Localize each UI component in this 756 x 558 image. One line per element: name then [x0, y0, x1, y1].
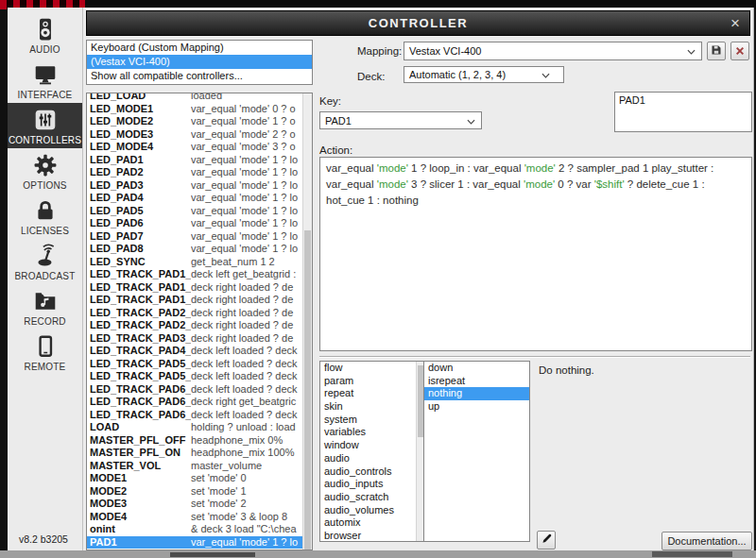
verb-item-isrepeat[interactable]: isrepeat — [424, 375, 529, 388]
key-list-row[interactable]: LED_TRACK_PAD3_A_Rdeck right loaded ? de — [87, 332, 312, 346]
key-list-row[interactable]: MODE1set 'mode' 0 — [87, 472, 312, 485]
key-list-row[interactable]: LED_PAD3var_equal 'mode' 1 ? lo — [87, 179, 312, 193]
key-action-preview: deck right loaded ? de — [191, 307, 312, 320]
category-item[interactable]: window — [320, 439, 425, 452]
verb-item-down[interactable]: down — [424, 362, 529, 375]
key-name: LED_TRACK_PAD3_A_R — [87, 332, 191, 346]
sidebar-item-licenses[interactable]: LICENSES — [8, 194, 82, 239]
category-item[interactable]: variables — [320, 426, 425, 439]
verb-item-nothing[interactable]: nothing — [424, 387, 529, 400]
key-list-row[interactable]: LED_PAD6var_equal 'mode' 1 ? lo — [87, 217, 312, 230]
sidebar-item-interface[interactable]: INTERFACE — [8, 58, 82, 103]
key-list-scrollbar[interactable] — [302, 93, 312, 550]
key-list-row[interactable]: LOADholding ? unload : load — [87, 421, 312, 434]
category-item[interactable]: skin — [320, 400, 425, 414]
key-name: LED_MODE2 — [87, 115, 191, 128]
key-name: LOAD — [87, 421, 191, 434]
key-list-row[interactable]: MODE3set 'mode' 2 — [87, 498, 312, 511]
key-list-row[interactable]: LED_TRACK_PAD6_A_Ldeck left loaded ? dec… — [87, 383, 312, 397]
key-name: LED_PAD7 — [87, 230, 191, 244]
key-action-preview: deck right loaded ? de — [191, 294, 312, 307]
key-list-row[interactable]: MASTER_PFL_OFFheadphone_mix 0% — [87, 434, 312, 448]
key-select[interactable]: PAD1 — [319, 111, 482, 129]
action-textarea[interactable]: var_equal 'mode' 1 ? loop_in : var_equal… — [319, 157, 752, 351]
monitor-icon — [30, 60, 60, 89]
key-list-row[interactable]: LED_PAD4var_equal 'mode' 1 ? lo — [87, 192, 312, 205]
documentation-button[interactable]: Documentation... — [662, 532, 752, 550]
key-list-row[interactable]: LED_SYNCget_beat_num 1 2 — [87, 256, 312, 269]
key-list-row[interactable]: MASTER_VOLmaster_volume — [87, 460, 312, 473]
key-list-row[interactable]: PAD1var_equal 'mode' 1 ? lo — [87, 536, 312, 550]
key-list-row[interactable]: LED_MODE3var_equal 'mode' 2 ? o — [87, 128, 312, 142]
key-list-row[interactable]: LED_PAD8var_equal 'mode' 1 ? lo — [87, 243, 312, 256]
key-list-row[interactable]: LED_TRACK_PAD4_A_Ldeck left loaded ? dec… — [87, 345, 312, 358]
key-name: MASTER_PFL_ON — [87, 447, 191, 460]
key-action-preview: set 'mode' 3 & loop 8 — [191, 511, 312, 524]
key-list-row[interactable]: MODE4set 'mode' 3 & loop 8 — [87, 511, 312, 524]
key-list-row[interactable]: LED_TRACK_PAD6_C_Ldeck left loaded ? dec… — [87, 409, 312, 422]
delete-mapping-button[interactable] — [730, 42, 749, 60]
key-action-preview: holding ? unload : load — [191, 421, 312, 434]
sidebar-item-audio[interactable]: AUDIO — [8, 12, 82, 58]
category-item[interactable]: repeat — [320, 387, 425, 400]
key-name: MODE1 — [87, 472, 191, 485]
key-list-row[interactable]: LED_MODE2var_equal 'mode' 1 ? o — [87, 115, 312, 128]
controller-list-item[interactable]: Show all compatible controllers... — [87, 69, 312, 83]
key-list-row[interactable]: LED_TRACK_PAD1_A_Ldeck left get_beatgrid… — [87, 268, 312, 281]
key-list-row[interactable]: LED_PAD7var_equal 'mode' 1 ? lo — [87, 230, 312, 244]
key-action-preview: var_equal 'mode' 1 ? lo — [191, 192, 312, 205]
key-list-row[interactable]: MASTER_PFL_ONheadphone_mix 100% — [87, 447, 312, 460]
category-list-rows: flowparamrepeatskinsystemvariableswindow… — [320, 362, 425, 542]
mapping-select[interactable]: Vestax VCI-400 — [404, 42, 702, 60]
key-list-row[interactable]: LED_LOADloaded — [87, 93, 312, 103]
key-action-preview: deck left loaded ? deck — [191, 370, 312, 383]
key-list-row[interactable]: LED_MODE1var_equal 'mode' 0 ? o — [87, 103, 312, 116]
category-item[interactable]: audio_scratch — [320, 491, 425, 504]
key-list-row[interactable]: LED_TRACK_PAD2_C_Rdeck right loaded ? de — [87, 319, 312, 332]
sidebar-item-options[interactable]: OPTIONS — [8, 148, 82, 194]
mapping-value: Vestax VCI-400 — [409, 45, 481, 57]
action-label: Action: — [319, 144, 352, 156]
action-description: Do nothing. — [539, 364, 594, 376]
category-item[interactable]: audio_inputs — [320, 478, 425, 491]
key-list-row[interactable]: LED_PAD5var_equal 'mode' 1 ? lo — [87, 205, 312, 218]
key-list-row[interactable]: LED_TRACK_PAD5_C_Ldeck left loaded ? dec… — [87, 370, 312, 383]
key-list-row[interactable]: LED_TRACK_PAD1_C_Rdeck right loaded ? de — [87, 294, 312, 307]
deck-select[interactable]: Automatic (1, 2, 3, 4) — [404, 66, 564, 83]
key-action-preview: deck left loaded ? deck — [191, 409, 312, 422]
category-item[interactable]: audio_controls — [320, 465, 425, 479]
category-item[interactable]: flow — [320, 362, 425, 375]
controller-list-item[interactable]: (Vestax VCI-400) — [87, 55, 312, 69]
key-list-row[interactable]: onint& deck 3 load "C:\chea — [87, 523, 312, 536]
controller-list-item[interactable]: Keyboard (Custom Mapping) — [87, 41, 312, 55]
key-name: LED_PAD8 — [87, 243, 191, 256]
key-list-row[interactable]: LED_PAD2var_equal 'mode' 1 ? lo — [87, 166, 312, 179]
key-list-row[interactable]: LED_TRACK_PAD1_A_Rdeck right loaded ? de — [87, 281, 312, 295]
category-item[interactable]: audio_volumes — [320, 504, 425, 517]
save-mapping-button[interactable] — [707, 42, 726, 60]
key-list-row[interactable]: LED_TRACK_PAD6_A_Rdeck right get_beatgri… — [87, 396, 312, 409]
edit-action-button[interactable] — [537, 531, 556, 550]
category-item[interactable]: browser — [320, 530, 425, 542]
sidebar-item-remote[interactable]: REMOTE — [8, 330, 82, 375]
key-action-preview: headphone_mix 100% — [191, 447, 312, 460]
key-list-row[interactable]: LED_MODE4var_equal 'mode' 3 ? o — [87, 141, 312, 154]
close-icon[interactable]: × — [730, 13, 740, 34]
verb-item-up[interactable]: up — [424, 400, 529, 414]
key-name-field[interactable]: PAD1 — [614, 92, 752, 132]
key-name: LED_TRACK_PAD4_A_L — [87, 345, 191, 358]
sidebar-item-controllers[interactable]: CONTROLLERS — [8, 103, 82, 148]
category-item[interactable]: system — [320, 414, 425, 427]
sidebar-item-broadcast[interactable]: BROADCAST — [8, 239, 82, 284]
key-name: LED_PAD6 — [87, 217, 191, 230]
key-list-row[interactable]: LED_TRACK_PAD5_A_Ldeck left loaded ? dec… — [87, 358, 312, 371]
key-list-row[interactable]: MODE2set 'mode' 1 — [87, 485, 312, 499]
remote-icon — [30, 332, 60, 361]
key-list-row[interactable]: LED_PAD1var_equal 'mode' 1 ? lo — [87, 154, 312, 167]
key-list-row[interactable]: LED_TRACK_PAD2_A_Rdeck right loaded ? de — [87, 307, 312, 320]
category-item[interactable]: automix — [320, 516, 425, 530]
sidebar-item-record[interactable]: RECORD — [8, 284, 82, 330]
chevron-down-icon — [467, 115, 475, 127]
category-item[interactable]: param — [320, 375, 425, 388]
category-item[interactable]: audio — [320, 452, 425, 465]
